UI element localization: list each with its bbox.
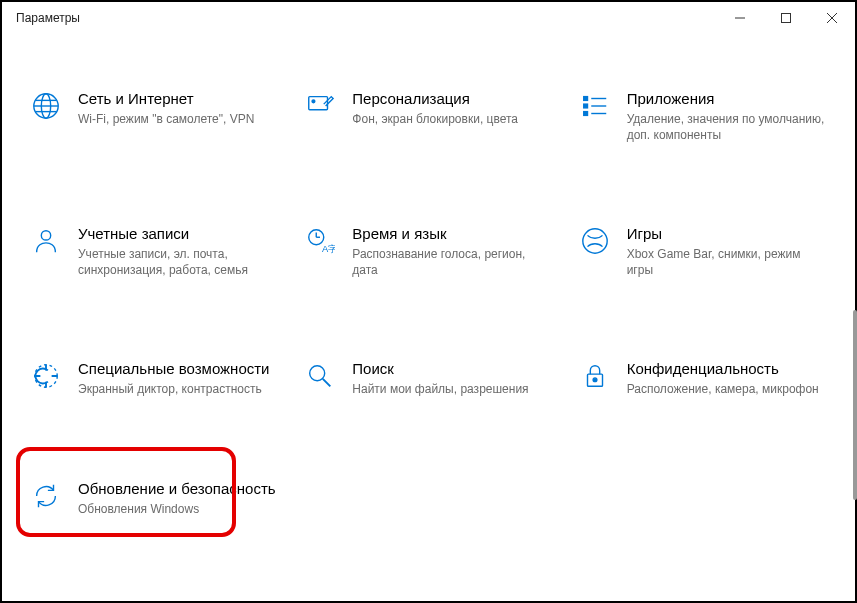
svg-point-24	[310, 366, 325, 381]
tile-search[interactable]: Поиск Найти мои файлы, разрешения	[296, 354, 560, 404]
tile-accounts[interactable]: Учетные записи Учетные записи, эл. почта…	[22, 219, 286, 284]
svg-point-17	[41, 231, 50, 240]
xbox-icon	[579, 225, 611, 257]
svg-rect-13	[583, 104, 587, 108]
close-icon	[827, 13, 837, 23]
clock-language-icon: A字	[304, 225, 336, 257]
svg-text:A字: A字	[322, 244, 335, 254]
tile-desc: Обновления Windows	[78, 502, 276, 518]
person-icon	[30, 225, 62, 257]
svg-point-27	[593, 378, 597, 382]
tile-title: Поиск	[352, 360, 528, 378]
globe-icon	[30, 90, 62, 122]
tile-ease-of-access[interactable]: Специальные возможности Экранный диктор,…	[22, 354, 286, 404]
svg-point-10	[312, 100, 315, 103]
tile-privacy[interactable]: Конфиденциальность Расположение, камера,…	[571, 354, 835, 404]
tile-apps[interactable]: Приложения Удаление, значения по умолчан…	[571, 84, 835, 149]
close-button[interactable]	[809, 2, 855, 34]
tile-desc: Расположение, камера, микрофон	[627, 382, 819, 398]
search-icon	[304, 360, 336, 392]
tile-update-security[interactable]: Обновление и безопасность Обновления Win…	[22, 474, 286, 524]
tile-desc: Фон, экран блокировки, цвета	[352, 112, 518, 128]
svg-rect-15	[583, 112, 587, 116]
settings-grid: Сеть и Интернет Wi-Fi, режим "в самолете…	[22, 84, 835, 524]
minimize-icon	[735, 13, 745, 23]
update-icon	[30, 480, 62, 512]
tile-title: Обновление и безопасность	[78, 480, 276, 498]
content-area: Сеть и Интернет Wi-Fi, режим "в самолете…	[2, 34, 855, 601]
tile-title: Сеть и Интернет	[78, 90, 254, 108]
tile-title: Персонализация	[352, 90, 518, 108]
tile-title: Учетные записи	[78, 225, 278, 243]
tile-title: Специальные возможности	[78, 360, 270, 378]
tile-gaming[interactable]: Игры Xbox Game Bar, снимки, режим игры	[571, 219, 835, 284]
svg-rect-11	[583, 97, 587, 101]
tile-desc: Экранный диктор, контрастность	[78, 382, 270, 398]
window-controls	[717, 2, 855, 34]
tile-title: Конфиденциальность	[627, 360, 819, 378]
tile-personalization[interactable]: Персонализация Фон, экран блокировки, цв…	[296, 84, 560, 149]
lock-icon	[579, 360, 611, 392]
tile-desc: Удаление, значения по умолчанию, доп. ко…	[627, 112, 827, 143]
minimize-button[interactable]	[717, 2, 763, 34]
svg-rect-1	[782, 14, 791, 23]
svg-line-25	[323, 379, 331, 387]
ease-of-access-icon	[30, 360, 62, 392]
tile-title: Время и язык	[352, 225, 552, 243]
tile-desc: Учетные записи, эл. почта, синхронизация…	[78, 247, 278, 278]
tile-desc: Xbox Game Bar, снимки, режим игры	[627, 247, 827, 278]
maximize-icon	[781, 13, 791, 23]
maximize-button[interactable]	[763, 2, 809, 34]
titlebar: Параметры	[2, 2, 855, 34]
tile-time-language[interactable]: A字 Время и язык Распознавание голоса, ре…	[296, 219, 560, 284]
tile-title: Приложения	[627, 90, 827, 108]
svg-point-22	[582, 229, 606, 253]
paintbrush-icon	[304, 90, 336, 122]
apps-list-icon	[579, 90, 611, 122]
scrollbar-thumb[interactable]	[853, 310, 857, 500]
tile-title: Игры	[627, 225, 827, 243]
tile-desc: Wi-Fi, режим "в самолете", VPN	[78, 112, 254, 128]
tile-network[interactable]: Сеть и Интернет Wi-Fi, режим "в самолете…	[22, 84, 286, 149]
window-title: Параметры	[16, 11, 717, 25]
tile-desc: Распознавание голоса, регион, дата	[352, 247, 552, 278]
tile-desc: Найти мои файлы, разрешения	[352, 382, 528, 398]
